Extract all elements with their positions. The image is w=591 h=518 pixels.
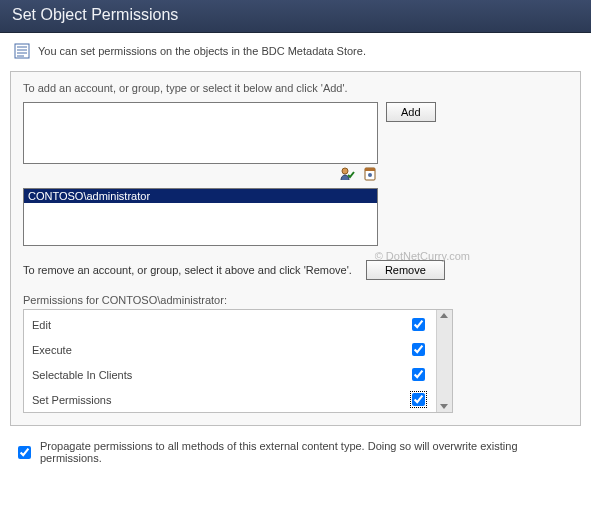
permissions-scrollbar[interactable]	[436, 310, 452, 412]
permission-name: Selectable In Clients	[32, 369, 132, 381]
check-names-icon[interactable]	[339, 172, 358, 184]
permission-row: Selectable In Clients	[24, 362, 436, 387]
permission-row: Set Permissions	[24, 387, 436, 412]
permission-row: Execute	[24, 337, 436, 362]
remove-instruction: To remove an account, or group, select i…	[23, 264, 352, 276]
add-button[interactable]: Add	[386, 102, 436, 122]
description-row: You can set permissions on the objects i…	[0, 33, 591, 65]
svg-rect-7	[365, 168, 375, 171]
account-input[interactable]	[23, 102, 378, 164]
description-text: You can set permissions on the objects i…	[38, 45, 366, 57]
permissions-box: EditExecuteSelectable In ClientsSet Perm…	[23, 309, 453, 413]
propagate-checkbox[interactable]	[18, 446, 31, 459]
propagate-label: Propagate permissions to all methods of …	[40, 440, 577, 464]
people-picker-icons	[23, 166, 378, 184]
selected-account-item[interactable]: CONTOSO\administrator	[24, 189, 377, 203]
add-row: Add	[23, 102, 568, 164]
permission-name: Execute	[32, 344, 72, 356]
dialog-title: Set Object Permissions	[0, 0, 591, 33]
svg-point-5	[342, 168, 348, 174]
add-instruction: To add an account, or group, type or sel…	[23, 82, 568, 94]
info-icon	[14, 43, 30, 59]
permission-name: Set Permissions	[32, 394, 111, 406]
permission-checkbox[interactable]	[412, 318, 425, 331]
propagate-row: Propagate permissions to all methods of …	[0, 426, 591, 464]
svg-point-8	[368, 173, 372, 177]
address-book-icon[interactable]	[362, 172, 378, 184]
permission-checkbox[interactable]	[412, 368, 425, 381]
permissions-list: EditExecuteSelectable In ClientsSet Perm…	[24, 310, 436, 412]
remove-button[interactable]: Remove	[366, 260, 445, 280]
remove-row: To remove an account, or group, select i…	[23, 260, 568, 280]
permission-checkbox[interactable]	[412, 343, 425, 356]
permission-checkbox[interactable]	[412, 393, 425, 406]
permissions-panel: To add an account, or group, type or sel…	[10, 71, 581, 426]
permissions-for-label: Permissions for CONTOSO\administrator:	[23, 294, 568, 306]
selected-accounts-list[interactable]: CONTOSO\administrator	[23, 188, 378, 246]
permission-name: Edit	[32, 319, 51, 331]
permission-row: Edit	[24, 312, 436, 337]
